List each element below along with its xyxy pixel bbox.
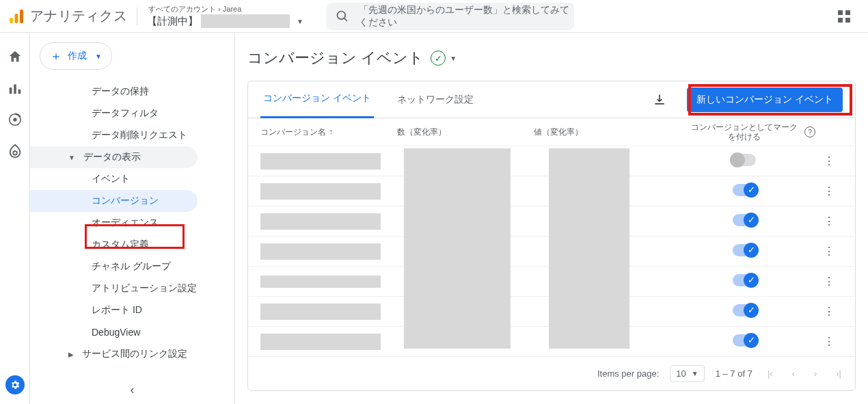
main-content: コンバージョン イベント ✓ ▼ コンバージョン イベント ネットワーク設定 新… [235,33,868,404]
masked-cell [260,183,381,200]
search-placeholder: 「先週の米国からのユーザー数」と検索してみてください [359,4,574,29]
table-pager: Items per page: 10▼ 1 – 7 of 7 |‹ ‹ › ›| [248,356,855,390]
sidebar-item-data-deletion[interactable]: データ削除リクエスト [30,124,198,146]
mark-toggle[interactable] [733,154,756,166]
sidebar-item-report-id[interactable]: レポート ID [30,299,198,321]
plus-icon: ＋ [50,48,62,64]
card-header: コンバージョン イベント ネットワーク設定 新しいコンバージョン イベント [248,81,855,118]
masked-column-value [549,148,629,349]
collapse-sidebar-icon[interactable]: ‹ [131,383,135,397]
svg-rect-2 [20,10,23,23]
header-divider [137,8,137,25]
download-icon[interactable] [653,93,666,107]
svg-rect-1 [15,14,18,23]
chevron-down-icon: ▼ [293,18,308,25]
svg-rect-5 [838,10,843,15]
mark-toggle[interactable]: ✓ [733,334,756,347]
mark-toggle[interactable]: ✓ [733,184,756,196]
create-button-label: 作成 [68,50,87,62]
explore-icon[interactable] [8,112,23,127]
chevron-down-icon: ▼ [68,154,75,161]
last-page-icon[interactable]: ›| [832,368,845,379]
app-header: アナリティクス すべてのアカウント › Jarea 【計測中】 ▼ 「先週の米国… [0,0,868,33]
items-per-page-label: Items per page: [597,368,659,379]
chevron-right-icon: ▶ [68,351,74,358]
masked-cell [260,153,381,170]
sidebar-item-attribution[interactable]: アトリビューション設定 [30,278,198,299]
masked-cell [260,275,381,288]
sidebar-item-channel-groups[interactable]: チャネル グループ [30,256,198,278]
reports-icon[interactable] [8,81,23,96]
create-button[interactable]: ＋ 作成 ▼ [40,42,112,70]
admin-sidebar: ＋ 作成 ▼ データの保持 データフィルタ データ削除リクエスト ▼データの表示… [30,33,235,404]
masked-cell [260,304,381,320]
svg-point-13 [14,118,16,121]
sidebar-item-conversions[interactable]: コンバージョン [30,190,198,212]
mark-toggle[interactable]: ✓ [733,274,756,286]
logo-block: アナリティクス [0,7,130,25]
svg-rect-10 [14,85,16,94]
apps-grid-icon[interactable] [826,10,863,23]
items-per-page-select[interactable]: 10▼ [670,365,704,382]
first-page-icon[interactable]: |‹ [763,368,777,379]
sidebar-item-data-retention[interactable]: データの保持 [30,81,198,103]
sidebar-item-debugview[interactable]: DebugView [30,321,198,343]
page-title-row: コンバージョン イベント ✓ ▼ [247,48,856,68]
conversions-card: コンバージョン イベント ネットワーク設定 新しいコンバージョン イベント コン… [247,81,856,391]
svg-line-4 [344,18,347,21]
svg-rect-7 [838,18,843,23]
row-menu-icon[interactable]: ⋮ [815,215,843,228]
mark-toggle[interactable]: ✓ [733,214,756,226]
help-icon[interactable]: ? [804,126,815,137]
search-input[interactable]: 「先週の米国からのユーザー数」と検索してみてください [326,3,574,30]
new-conversion-event-button[interactable]: 新しいコンバージョン イベント [687,87,843,112]
next-page-icon[interactable]: › [810,368,821,379]
svg-rect-8 [845,18,850,23]
sidebar-nav: データの保持 データフィルタ データ削除リクエスト ▼データの表示 イベント コ… [30,81,234,365]
admin-settings-icon[interactable] [5,375,25,394]
tab-network-settings[interactable]: ネットワーク設定 [394,81,476,118]
svg-rect-11 [18,90,21,94]
mark-toggle[interactable]: ✓ [733,304,756,317]
advertising-icon[interactable] [8,144,23,159]
page-title: コンバージョン イベント [247,48,424,68]
chevron-down-icon: ▼ [95,53,102,60]
property-selector[interactable]: すべてのアカウント › Jarea 【計測中】 ▼ [144,4,322,28]
home-icon[interactable] [8,49,23,64]
analytics-logo-icon [8,8,25,25]
sidebar-group-product-links[interactable]: ▶サービス間のリンク設定 [30,343,198,365]
breadcrumb-property: 【計測中】 [144,15,198,28]
sidebar-item-events[interactable]: イベント [30,168,198,190]
row-menu-icon[interactable]: ⋮ [815,154,843,167]
svg-rect-6 [845,10,850,15]
sidebar-item-custom-definitions[interactable]: カスタム定義 [30,234,198,256]
row-menu-icon[interactable]: ⋮ [815,185,843,198]
chevron-down-icon: ▼ [692,370,699,377]
sidebar-item-data-filter[interactable]: データフィルタ [30,103,198,124]
tab-conversion-events[interactable]: コンバージョン イベント [260,81,374,118]
masked-cell [260,213,381,230]
col-value: 値（変化率） [534,126,657,138]
table-body: ? ⋮ ✓ ? ⋮ ✓ ? ⋮ ✓ ? ⋮ [248,146,855,356]
row-menu-icon[interactable]: ⋮ [815,305,843,318]
sidebar-group-data-display[interactable]: ▼データの表示 [30,146,198,168]
col-conversion-name[interactable]: コンバージョン名↑ [260,126,397,138]
masked-column-count [404,148,511,349]
page-range: 1 – 7 of 7 [716,368,752,379]
prev-page-icon[interactable]: ‹ [788,368,799,379]
sort-asc-icon: ↑ [329,127,333,137]
mark-toggle[interactable]: ✓ [733,244,756,256]
col-count: 数（変化率） [397,126,534,138]
verified-icon[interactable]: ✓ [431,51,446,66]
table-header: コンバージョン名↑ 数（変化率） 値（変化率） コンバージョンとしてマークを付け… [248,118,855,146]
masked-cell [260,334,381,350]
row-menu-icon[interactable]: ⋮ [815,245,843,258]
chevron-down-icon: ▼ [450,55,457,62]
brand-name: アナリティクス [30,7,127,25]
masked-cell [260,243,381,260]
row-menu-icon[interactable]: ⋮ [815,275,843,288]
row-menu-icon[interactable]: ⋮ [815,335,843,348]
sidebar-item-audiences[interactable]: オーディエンス [30,212,198,234]
breadcrumb-top: すべてのアカウント › Jarea [144,4,322,14]
svg-point-3 [338,11,346,19]
